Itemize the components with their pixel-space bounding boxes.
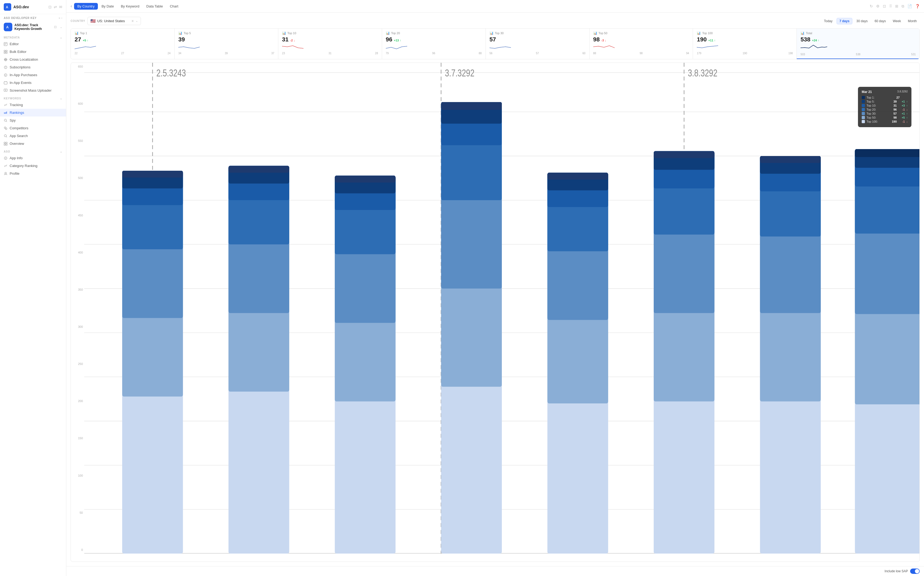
sidebar-app-item[interactable]: A ASO.dev: Track Keywords Growth ⊡ ⌄	[0, 21, 66, 34]
sidebar-item-spy[interactable]: Spy	[0, 117, 66, 124]
sidebar-item-in-app-events[interactable]: In-App Events	[0, 79, 66, 86]
country-label: COUNTRY	[71, 19, 85, 22]
sidebar-item-competitors[interactable]: Competitors	[0, 124, 66, 132]
sidebar-item-profile[interactable]: Profile	[0, 170, 66, 178]
doc-icon[interactable]: 📄	[908, 4, 912, 8]
card-range-top30: 565760	[489, 52, 586, 55]
sidebar-item-app-search[interactable]: App Search	[0, 132, 66, 140]
country-clear-button[interactable]: ✕	[131, 19, 134, 23]
card-sparkline-top50	[593, 44, 614, 51]
tab-data-table[interactable]: Data Table	[143, 3, 166, 10]
card-top1[interactable]: 📊Top 1 27+5 ↑ 222724	[71, 29, 175, 59]
card-value-top30: 57	[489, 36, 496, 43]
sidebar-item-in-app-purchases[interactable]: $ In-App Purchases	[0, 71, 66, 79]
svg-rect-16	[4, 82, 7, 84]
monitor-icon[interactable]: ⊡	[48, 5, 51, 9]
card-range-top50: 889894	[593, 52, 689, 55]
tab-chart[interactable]: Chart	[167, 3, 181, 10]
card-top20[interactable]: 📊Top 20 96+13 ↑ 799688	[382, 29, 486, 59]
sidebar: A ASO.dev ⊡ ⇄ ✉ ASO DEVELOPER KEY » › A …	[0, 0, 66, 576]
svg-rect-2	[4, 43, 7, 46]
svg-text:A: A	[6, 25, 9, 29]
include-low-sap-toggle[interactable]	[910, 568, 920, 574]
card-title-top5: Top 5	[184, 32, 191, 35]
bar-mar21[interactable]	[855, 149, 919, 554]
tab-by-country[interactable]: By Country	[74, 3, 98, 10]
expand-icon[interactable]: ⇄	[54, 5, 57, 9]
svg-point-21	[4, 119, 6, 121]
card-range-total: 503538531	[800, 53, 916, 56]
card-total[interactable]: 📊Total 538+24 ↑ 503538531	[797, 29, 919, 59]
chevron-app-icon[interactable]: ⌄	[60, 26, 62, 29]
card-top30[interactable]: 📊Top 30 57 565760	[486, 29, 590, 59]
bar-mar16[interactable]	[335, 176, 395, 554]
sidebar-item-bulk-editor[interactable]: Bulk Editor	[0, 48, 66, 56]
bar-mar17[interactable]	[441, 102, 502, 554]
expand-key-icon[interactable]: »	[59, 16, 60, 19]
sidebar-item-rankings[interactable]: Rankings	[0, 109, 66, 117]
refresh-icon[interactable]: ↻	[870, 4, 873, 8]
bar-mar19[interactable]	[654, 151, 714, 554]
help-icon[interactable]: ❓	[915, 4, 920, 8]
card-range-top5: 343937	[178, 52, 274, 55]
svg-text:$: $	[5, 74, 6, 76]
sidebar-item-cross-localization[interactable]: Cross Localization	[0, 56, 66, 63]
sidebar-item-tracking[interactable]: Tracking	[0, 101, 66, 109]
card-icon-top20: 📊	[386, 31, 390, 35]
app-logo: A	[4, 3, 11, 11]
date-btn-7days[interactable]: 7 days	[837, 18, 852, 24]
svg-point-13	[5, 67, 6, 68]
chevron-metadata: ⌄	[60, 36, 62, 39]
main-content: ‹ By Country By Date By Keyword Data Tab…	[66, 0, 924, 576]
chevron-key-icon[interactable]: ›	[61, 16, 62, 19]
sidebar-item-overview[interactable]: Overview	[0, 140, 66, 147]
developer-key-section: ASO DEVELOPER KEY » ›	[0, 14, 66, 21]
section-keywords[interactable]: KEYWORDS ⌄	[0, 94, 66, 101]
filter-icon[interactable]: ⊡	[883, 4, 886, 8]
copy-icon[interactable]: ⧉	[902, 4, 904, 8]
sidebar-item-app-info[interactable]: App Info	[0, 154, 66, 162]
card-icon-top30: 📊	[489, 31, 494, 35]
card-top100[interactable]: 📊Top 100 190+11 ↑ 179190198	[693, 29, 797, 59]
date-btn-week[interactable]: Week	[890, 18, 904, 24]
tab-by-date[interactable]: By Date	[98, 3, 117, 10]
date-btn-30days[interactable]: 30 days	[853, 18, 871, 24]
section-metadata[interactable]: METADATA ⌄	[0, 34, 66, 40]
bar-mar20[interactable]	[760, 156, 821, 554]
date-btn-60days[interactable]: 60 days	[872, 18, 889, 24]
card-range-top1: 222724	[75, 52, 170, 55]
sidebar-item-editor[interactable]: Editor	[0, 40, 66, 48]
content-area: COUNTRY 🇺🇸 US: United States ✕ ⌄ Today 7…	[66, 13, 924, 566]
nodes-icon[interactable]: ⠿	[889, 4, 892, 8]
country-select[interactable]: 🇺🇸 US: United States ✕ ⌄	[87, 17, 141, 25]
tab-by-keyword[interactable]: By Keyword	[118, 3, 143, 10]
sidebar-header: A ASO.dev ⊡ ⇄ ✉	[0, 0, 66, 14]
sidebar-item-category-ranking[interactable]: Category Ranking	[0, 162, 66, 170]
date-btn-month[interactable]: Month	[905, 18, 920, 24]
settings-icon[interactable]: ⚙	[876, 4, 880, 8]
card-top5[interactable]: 📊Top 5 39 343937	[175, 29, 278, 59]
grid-icon[interactable]: ⊞	[895, 4, 898, 8]
toggle-knob	[915, 569, 919, 573]
sidebar-item-subscriptions[interactable]: Subscriptions	[0, 63, 66, 71]
bar-mar14[interactable]	[122, 171, 183, 554]
svg-rect-108	[855, 149, 919, 157]
sidebar-item-screenshot-mass-uploader[interactable]: Screenshot Mass Uploader	[0, 86, 66, 94]
card-value-top20: 96	[386, 36, 392, 43]
section-aso[interactable]: ASO ⌄	[0, 147, 66, 154]
summary-cards: 📊Top 1 27+5 ↑ 222724 📊Top 5 39 343937	[71, 28, 920, 59]
card-top50[interactable]: 📊Top 50 98-3 ↓ 889894	[590, 29, 693, 59]
date-btn-today[interactable]: Today	[821, 18, 836, 24]
app-icon: A	[4, 23, 12, 31]
developer-key-label: ASO DEVELOPER KEY	[4, 16, 59, 19]
y-axis-labels: 650 600 550 500 450 400 350 300 250 200 …	[71, 63, 83, 554]
back-button[interactable]: ‹	[71, 3, 74, 10]
country-filter-row: COUNTRY 🇺🇸 US: United States ✕ ⌄ Today 7…	[71, 17, 920, 25]
bar-mar15[interactable]	[229, 166, 289, 554]
card-top10[interactable]: 📊Top 10 31-2 ↓ 233128	[278, 29, 382, 59]
mail-icon[interactable]: ✉	[59, 5, 62, 9]
svg-text:3.8.3292: 3.8.3292	[688, 67, 718, 78]
card-sparkline-top5	[178, 44, 200, 51]
monitor-small-icon[interactable]: ⊡	[54, 25, 57, 29]
bar-mar18[interactable]	[547, 173, 608, 554]
